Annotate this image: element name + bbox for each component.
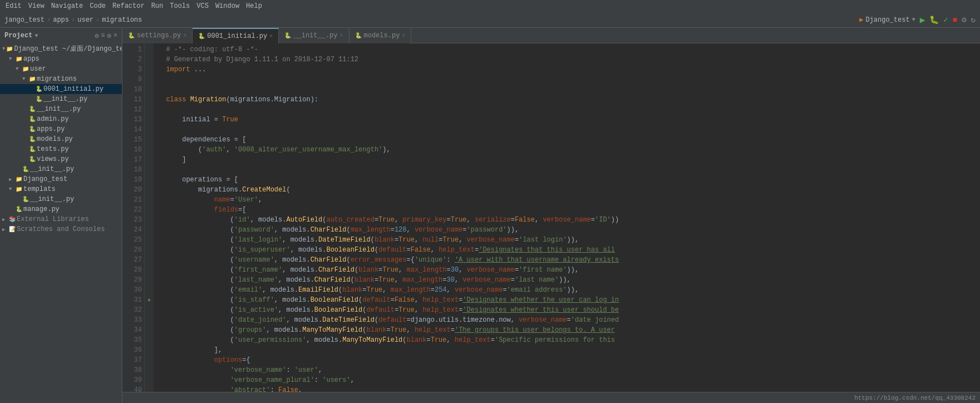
breadcrumb: jango_test › apps › user › migrations <box>4 16 142 24</box>
py-icon-tests: 🐍 <box>28 145 37 154</box>
menu-window[interactable]: Window <box>212 2 243 10</box>
init-apps-label: __init__.py <box>30 165 74 173</box>
code-line-20: migrations.CreateModel( <box>154 185 980 195</box>
code-line-3: import ... <box>154 65 980 75</box>
py-icon-models: 🐍 <box>28 135 37 144</box>
py-icon-views: 🐍 <box>28 155 37 164</box>
debug-button[interactable]: 🐛 <box>929 15 939 24</box>
init-tab-label: __init__.py <box>293 32 337 40</box>
sidebar-item-models[interactable]: 🐍 models.py <box>0 134 122 144</box>
code-line-29: ('last_name', models.CharField(blank=Tru… <box>154 275 980 285</box>
init-tab-close[interactable]: × <box>340 33 343 39</box>
settings-button[interactable]: ⚙ <box>962 15 966 24</box>
breadcrumb-migrations[interactable]: migrations <box>102 16 142 24</box>
sidebar-item-apps-py[interactable]: 🐍 apps.py <box>0 124 122 134</box>
settings-tab-close[interactable]: × <box>183 33 186 39</box>
tab-init[interactable]: 🐍 __init__.py × <box>279 28 349 43</box>
migrations-label: migrations <box>37 75 77 83</box>
models-tab-close[interactable]: × <box>402 33 405 39</box>
project-title: Project ▼ <box>4 32 38 40</box>
tab-0001-initial[interactable]: 🐍 0001_initial.py × <box>193 28 279 43</box>
breadcrumb-user[interactable]: user <box>77 16 93 24</box>
refresh-button[interactable]: ↻ <box>971 15 976 24</box>
sidebar-item-admin[interactable]: 🐍 admin.py <box>0 114 122 124</box>
breadcrumb-project[interactable]: jango_test <box>4 16 45 24</box>
menu-refactor[interactable]: Refactor <box>109 2 148 10</box>
code-line-38: 'verbose_name': 'user', <box>154 365 980 375</box>
sidebar-item-init-mig[interactable]: 🐍 __init__.py <box>0 94 122 104</box>
sidebar-item-django-test[interactable]: ▶ 📁 Django_test <box>0 174 122 184</box>
0001-tab-close[interactable]: × <box>269 33 273 40</box>
menu-navigate[interactable]: Navigate <box>48 2 87 10</box>
code-line-26: ('is_superuser', models.BooleanField(def… <box>154 245 980 255</box>
close-icon[interactable]: × <box>114 32 117 40</box>
py-icon-init-mig: 🐍 <box>35 95 43 104</box>
tab-settings[interactable]: 🐍 settings.py × <box>122 28 193 43</box>
code-line-12 <box>154 105 980 115</box>
menu-run[interactable]: Run <box>148 2 167 10</box>
sidebar-item-init-apps[interactable]: 🐍 __init__.py <box>0 164 122 174</box>
code-line-23: ('id', models.AutoField(auto_created=Tru… <box>154 215 980 225</box>
project-chevron[interactable]: ▼ <box>35 33 38 39</box>
code-line-15: dependencies = [ <box>154 135 980 145</box>
run-toolbar: ▶ Django_test ▼ ▶ 🐛 ✓ ■ ⚙ ↻ <box>859 14 976 26</box>
sync-icon[interactable]: ⚙ <box>95 32 99 40</box>
tree-root[interactable]: ▼ 📁 Django_test ~/桌面/Django_test <box>0 43 122 54</box>
code-line-40: 'abstract': False, <box>154 385 980 392</box>
tab-models[interactable]: 🐍 models.py × <box>349 28 412 43</box>
settings-icon[interactable]: ⚙ <box>107 32 111 40</box>
sidebar-item-manage[interactable]: 🐍 manage.py <box>0 204 122 214</box>
breadcrumb-apps[interactable]: apps <box>53 16 69 24</box>
code-line-21: name='User', <box>154 195 980 205</box>
django-test-label: Django_test <box>23 175 67 183</box>
menu-edit[interactable]: Edit <box>2 2 25 10</box>
sidebar-item-user[interactable]: ▼ 📁 user <box>0 64 122 74</box>
code-content[interactable]: # -*- coding: utf-8 -*- # Generated by D… <box>154 43 980 392</box>
run-config[interactable]: ▶ Django_test ▼ <box>859 16 915 24</box>
sidebar-item-migrations[interactable]: ▼ 📁 migrations <box>0 74 122 84</box>
settings-tab-icon: 🐍 <box>128 32 135 39</box>
apps-py-label: apps.py <box>37 125 65 133</box>
sidebar-item-templats[interactable]: ▼ 📁 templats <box>0 184 122 194</box>
sidebar-item-external-libs[interactable]: ▶ 📚 External Libraries <box>0 214 122 224</box>
scratches-label: Scratches and Consoles <box>17 225 105 233</box>
collapse-icon[interactable]: ≡ <box>101 32 105 40</box>
menu-code[interactable]: Code <box>86 2 109 10</box>
status-bar: https://blog.csdn.net/qq_43308242 <box>122 392 980 403</box>
cmt-2: # Generated by Django 1.11.1 on 2018-12-… <box>158 55 358 65</box>
menu-vcs[interactable]: VCS <box>193 2 212 10</box>
menu-view[interactable]: View <box>25 2 48 10</box>
sidebar-item-apps[interactable]: ▼ 📁 apps <box>0 54 122 64</box>
sidebar-item-0001-initial[interactable]: 🐍 0001_initial.py <box>0 84 122 94</box>
sidebar-icons: ⚙ ≡ ⚙ × <box>95 32 117 40</box>
run-config-chevron[interactable]: ▼ <box>912 17 915 23</box>
coverage-button[interactable]: ✓ <box>943 15 948 24</box>
status-url: https://blog.csdn.net/qq_43308242 <box>854 395 976 401</box>
sidebar-item-tests[interactable]: 🐍 tests.py <box>0 144 122 154</box>
code-line-32: ('is_active', models.BooleanField(defaul… <box>154 305 980 315</box>
editor-area[interactable]: 1 2 3 9 10 11 12 13 14 15 16 17 18 19 20… <box>122 43 980 392</box>
tests-label: tests.py <box>37 145 69 153</box>
sidebar-item-scratches[interactable]: ▶ 📝 Scratches and Consoles <box>0 224 122 234</box>
sidebar-item-init-user[interactable]: 🐍 __init__.py <box>0 104 122 114</box>
project-dropdown[interactable]: Project <box>4 32 32 40</box>
py-icon-admin: 🐍 <box>28 115 37 124</box>
code-line-14 <box>154 125 980 135</box>
sidebar-item-views[interactable]: 🐍 views.py <box>0 154 122 164</box>
folder-icon-migrations: 📁 <box>28 75 37 83</box>
folder-icon-user: 📁 <box>21 65 30 73</box>
menu-tools[interactable]: Tools <box>166 2 193 10</box>
fold-icon-15[interactable]: ● <box>145 295 154 305</box>
run-button[interactable]: ▶ <box>920 14 925 26</box>
code-line-34: ('groups', models.ManyToManyField(blank=… <box>154 325 980 335</box>
init-user-label: __init__.py <box>37 105 81 113</box>
admin-label: admin.py <box>37 115 69 123</box>
scratches-icon: 📝 <box>8 225 17 234</box>
sidebar-item-init-templats[interactable]: 🐍 __init__.py <box>0 194 122 204</box>
menu-help[interactable]: Help <box>243 2 265 10</box>
code-line-33: ('date_joined', models.DateTimeField(def… <box>154 315 980 325</box>
code-line-25: ('last_login', models.DateTimeField(blan… <box>154 235 980 245</box>
py-icon-init-templats: 🐍 <box>21 195 30 204</box>
stop-button[interactable]: ■ <box>953 16 957 24</box>
gutter: ● <box>145 43 154 392</box>
